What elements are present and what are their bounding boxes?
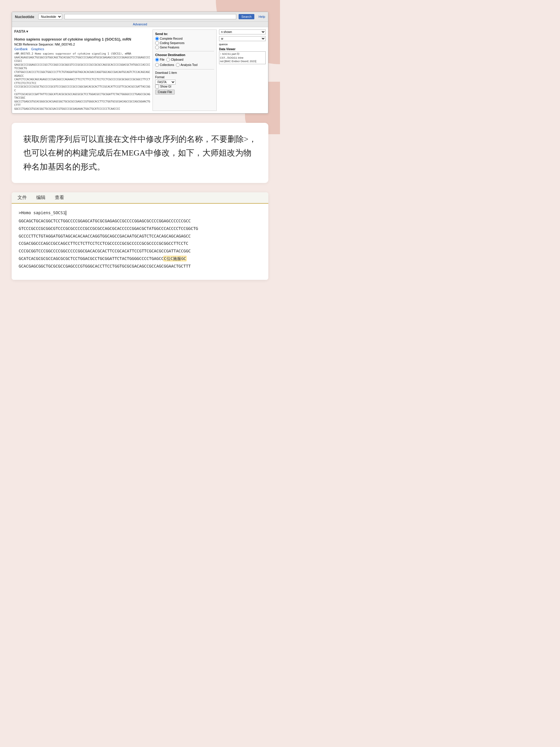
ncbi-browser-screenshot: Nucleotide Nucleotide Gene Protein Searc… — [12, 12, 268, 113]
file-radio-label[interactable]: File — [155, 58, 164, 61]
editor-seq-line-7: GCACGAGCGGCTGCGCGCCGAGCCCGTGGGCACCTTCCTG… — [19, 263, 261, 270]
editor-seq-line-2: GTCCCGCCCGCGGCGTCCCGCGCCCCCGCCGCGCCAGCGC… — [19, 225, 261, 232]
analysis-tool-radio[interactable] — [176, 63, 180, 67]
search-button[interactable]: Search — [239, 14, 255, 19]
view-select[interactable]: w — [219, 36, 266, 41]
text-cursor — [65, 211, 66, 215]
editor-seq-line-1: GGCAGCTGCACGGCTCCTGGCCCCGGAGCATGCGCGAGAG… — [19, 218, 261, 225]
coding-sequences-option[interactable]: Coding Sequences — [155, 41, 214, 45]
advanced-row: Advanced — [12, 22, 268, 27]
fasta-dropdown[interactable]: FASTA ▾ — [14, 29, 28, 33]
send-to-panel: Send to: Complete Record Coding Sequence… — [153, 29, 217, 111]
gene-features-option[interactable]: Gene Features — [155, 46, 214, 49]
graphics-link[interactable]: Graphics — [31, 47, 44, 51]
accession-line: NCBI Reference Sequence: NM_003745.2 — [14, 43, 150, 46]
browser-body: FASTA ▾ Homo sapiens suppressor of cytok… — [12, 27, 268, 113]
seq-line-6: CGTTCGCACGCCCGATTATTCCGGCATCACGCGCGCCAGC… — [14, 93, 150, 100]
collections-option-row: Collections Analysis Tool — [155, 63, 214, 68]
browser-toolbar: Nucleotide Nucleotide Gene Protein Searc… — [12, 12, 268, 22]
create-file-button[interactable]: Create File — [155, 89, 175, 95]
data-viewer-content: ↑ SOCS1 part 印 CST.../SOGG1 inine not [B… — [219, 51, 266, 64]
file-radio[interactable] — [155, 58, 159, 61]
database-select[interactable]: Nucleotide Gene Protein — [38, 14, 62, 20]
format-label: Format — [155, 76, 214, 79]
show-gi-row: Show GI — [155, 85, 214, 88]
search-input[interactable] — [64, 14, 236, 19]
data-viewer-line3: not [BMC Endocr Disord; 2023] — [220, 59, 265, 63]
sequence-right-label: quence — [219, 43, 266, 46]
record-title: Homo sapiens suppressor of cytokine sign… — [14, 37, 150, 42]
sequence-name: >Homo sapiens_SOCS1 — [19, 209, 65, 216]
complete-record-option[interactable]: Complete Record — [155, 37, 214, 41]
editor-seq-line-5: CCCGCGGTCCCGGCCCCGGCCCCCGGCGACACGCACTTCC… — [19, 248, 261, 255]
seq-line-4: CAGTCTCCACAGCAGCAGAGCCCCGACGGCCCAGAAACCT… — [14, 78, 150, 85]
browser-right-panel: n shown w quence Data Viewer ↑ SOCS1 par… — [219, 29, 266, 111]
text-editor: 文件 编辑 查看 >Homo sapiens_SOCS1 GGCAGCTGCAC… — [12, 192, 268, 280]
accession-text: NCBI Reference Sequence: NM_003745.2 — [14, 43, 75, 46]
sequence-display: >NM_003745.2 Homo sapiens suppressor of … — [14, 52, 150, 111]
analysis-radio-label[interactable]: Analysis Tool — [176, 63, 197, 67]
clipboard-radio[interactable] — [166, 58, 170, 61]
menu-view[interactable]: 查看 — [55, 195, 64, 201]
explanation-box: 获取所需序列后可以直接在文件中修改序列的名称，不要删除>，也可以在树的构建完成后… — [12, 123, 268, 183]
panel-divider-1 — [155, 51, 214, 51]
collections-radio[interactable] — [155, 63, 159, 67]
menu-file[interactable]: 文件 — [18, 195, 27, 201]
editor-seq-line-6: GCATCACGCGCGCCAGCGCGCTCCTGGACGCCTGCGGATT… — [19, 255, 261, 262]
editor-seq-line-3: GCCCCTTCTGTAGGATGGTAGCACACAACCAGGTGGCAGC… — [19, 233, 261, 240]
seq-line-7: GGCCCTGAGCGTGCACGGGCGCACGAGCGGCTGCGCGCCG… — [14, 100, 150, 107]
genbank-link[interactable]: GenBank — [14, 47, 28, 51]
help-link[interactable]: Help — [259, 15, 265, 18]
editor-menubar: 文件 编辑 查看 — [12, 192, 268, 204]
coding-sequences-radio[interactable] — [155, 41, 159, 45]
file-option-row: File Clipboard — [155, 58, 214, 62]
editor-seq-line-4: CCGACGGCCCAGCCGCCAGCCTTCCTCTTCCTCCTCGCCC… — [19, 240, 261, 247]
collections-radio-label[interactable]: Collections — [155, 63, 174, 67]
seq-line-3: CTATGGCCCACCCCTCCGGCTGGCCCCTTCTGTAGGATGG… — [14, 70, 150, 78]
gene-features-radio[interactable] — [155, 46, 159, 49]
editor-header-line: >Homo sapiens_SOCS1 — [19, 209, 261, 216]
menu-edit[interactable]: 编辑 — [36, 195, 46, 201]
data-viewer-line1: ↑ SOCS1 part 印 — [220, 52, 265, 56]
ncbi-label: Nucleotide — [15, 15, 34, 19]
seq-line-5: CCCCGCGCCCCCGCGCTGCCCCCGCGTCCCGGCCCCCGCC… — [14, 85, 150, 92]
seq-line-1: GAACAGAGCGAGCTGCGGCCGTGGCAGCTGCACGGCTCCT… — [14, 56, 150, 63]
explanation-text: 获取所需序列后可以直接在文件中修改序列的名称，不要删除>，也可以在树的构建完成后… — [23, 132, 257, 174]
show-gi-checkbox[interactable] — [155, 85, 159, 88]
seq-line-2: GAGCGCCCCGGAGCCCCCCGCCTCCGGCCCGCGGCGTCCC… — [14, 63, 150, 70]
highlight-text: C位C施服GC — [164, 256, 186, 261]
panel-divider-2 — [155, 69, 214, 70]
data-viewer-line2: CST.../SOGG1 inine — [220, 56, 265, 60]
shown-select[interactable]: n shown — [219, 29, 266, 34]
choose-destination-label: Choose Destination — [155, 53, 214, 57]
complete-record-radio[interactable] — [155, 37, 159, 41]
browser-main-content: FASTA ▾ Homo sapiens suppressor of cytok… — [14, 29, 150, 111]
data-viewer-label: Data Viewer — [219, 48, 266, 51]
link-row: GenBank Graphics — [14, 47, 150, 51]
editor-content: >Homo sapiens_SOCS1 GGCAGCTGCACGGCTCCTGG… — [12, 204, 268, 280]
clipboard-radio-label[interactable]: Clipboard — [166, 58, 183, 61]
advanced-link[interactable]: Advanced — [133, 23, 147, 26]
download-label: Download 1 item — [155, 71, 214, 74]
send-to-label: Send to: — [155, 32, 214, 35]
seq-line-8: GGCCCTGAGCGTGCACGGCTGCGCGACCGTGGCCCGCGAG… — [14, 107, 150, 111]
sequence-header-line: >NM_003745.2 Homo sapiens suppressor of … — [14, 52, 150, 56]
format-select[interactable]: FASTA GenBank FASTQ — [155, 80, 176, 85]
